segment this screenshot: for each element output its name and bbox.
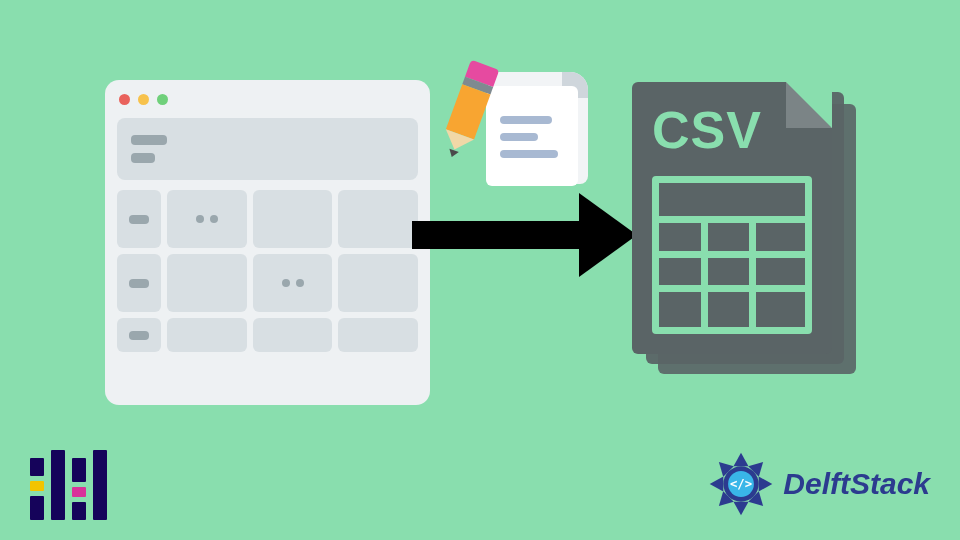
svg-marker-0 [734,453,749,467]
cell [167,190,247,248]
spreadsheet-header-panel [117,118,418,180]
table-row [117,318,418,352]
spreadsheet-grid [117,190,418,352]
csv-file-front-icon: CSV [632,82,832,354]
cell [338,318,418,352]
header-line-icon [131,153,155,163]
cell [338,190,418,248]
csv-table-icon [652,176,812,334]
pandas-logo-icon [30,438,104,520]
cell [338,254,418,312]
cell [167,254,247,312]
table-row [117,254,418,312]
delftstack-logo-icon: </> [707,450,775,518]
close-dot-icon [119,94,130,105]
row-label [117,190,161,248]
cell [253,190,333,248]
window-titlebar [105,80,430,118]
note-page-icon [486,86,578,186]
svg-marker-6 [710,477,724,492]
notepad-pencil-icon [448,72,588,202]
spreadsheet-window-icon [105,80,430,405]
svg-marker-2 [759,477,773,492]
arrow-right-icon [412,205,637,265]
table-row [117,190,418,248]
svg-marker-4 [734,502,749,516]
cell [253,318,333,352]
brand-name: DelftStack [783,467,930,501]
row-label [117,318,161,352]
delftstack-brand: </> DelftStack [707,450,930,518]
row-label [117,254,161,312]
csv-label: CSV [652,100,762,160]
cell [167,318,247,352]
minimize-dot-icon [138,94,149,105]
header-line-icon [131,135,167,145]
cell [253,254,333,312]
maximize-dot-icon [157,94,168,105]
csv-file-stack-icon: CSV [632,82,857,382]
svg-text:</>: </> [730,477,752,491]
